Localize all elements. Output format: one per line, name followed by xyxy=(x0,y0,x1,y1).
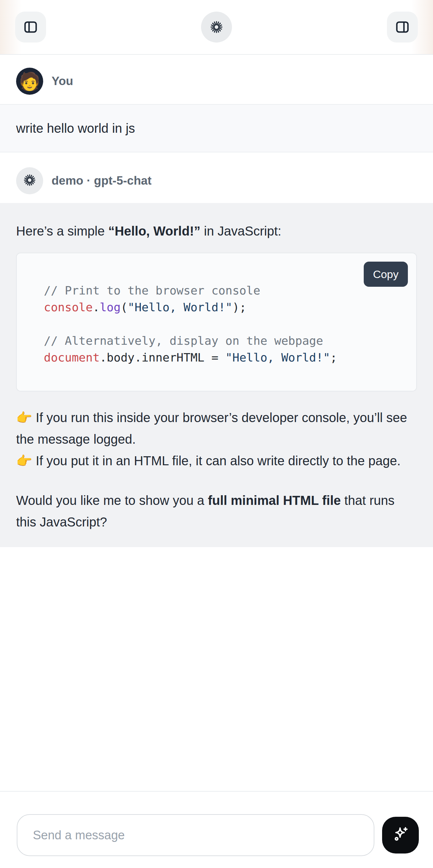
assistant-sender-row: demo · gpt-5-chat xyxy=(0,167,433,194)
copy-button[interactable]: Copy xyxy=(364,261,408,287)
model-button[interactable] xyxy=(201,11,232,42)
sidebar-right-icon xyxy=(395,20,410,34)
chat-app: 🧑 You write hello world in js xyxy=(0,0,433,868)
person-emoji-icon: 🧑 xyxy=(19,72,40,90)
user-avatar: 🧑 xyxy=(16,68,43,95)
user-sender-name: You xyxy=(52,74,73,88)
user-message: write hello world in js xyxy=(0,104,433,152)
top-bar xyxy=(0,0,433,55)
user-sender-row: 🧑 You xyxy=(0,68,433,95)
assistant-message: Here’s a simple “Hello, World!” in JavaS… xyxy=(0,203,433,547)
code-block: Copy // Print to the browser console con… xyxy=(16,253,417,392)
composer xyxy=(0,791,433,868)
assistant-avatar xyxy=(16,167,43,194)
sparkle-plus-icon xyxy=(391,825,410,845)
assistant-followup-question: Would you like me to show you a full min… xyxy=(16,490,417,533)
chat-empty-space xyxy=(0,547,433,791)
assistant-tips-text: 👉 If you run this inside your browser’s … xyxy=(16,407,417,472)
starburst-model-icon xyxy=(209,20,224,34)
user-message-text: write hello world in js xyxy=(16,118,417,139)
send-button[interactable] xyxy=(382,817,419,854)
message-input[interactable] xyxy=(17,814,374,856)
sidebar-toggle-button[interactable] xyxy=(15,11,46,42)
starburst-avatar-icon xyxy=(23,173,37,188)
panel-right-toggle-button[interactable] xyxy=(387,11,418,42)
sidebar-left-icon xyxy=(23,20,38,34)
assistant-sender-name: demo · gpt-5-chat xyxy=(52,174,151,188)
assistant-intro-text: Here’s a simple “Hello, World!” in JavaS… xyxy=(16,220,417,242)
code-content: // Print to the browser console console.… xyxy=(17,253,416,391)
